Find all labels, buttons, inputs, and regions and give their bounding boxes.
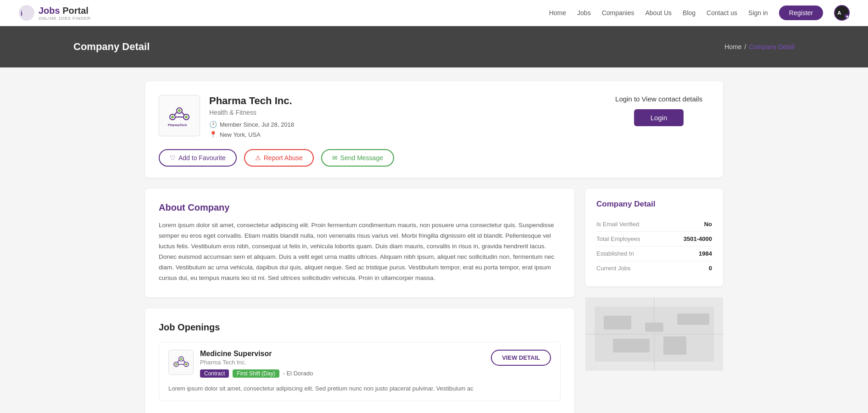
company-details: Pharma Tech Inc. Health & Fitness 🕐 Memb… — [209, 95, 294, 138]
login-panel-title: Login to View contact details — [608, 95, 709, 103]
company-logo: PharmaTech — [159, 95, 200, 136]
location-icon: 📍 — [209, 131, 217, 138]
nav-jobs[interactable]: Jobs — [577, 9, 591, 17]
detail-row-established: Established In 1984 — [596, 246, 712, 261]
member-since: 🕐 Member Since, Jul 28, 2018 — [209, 121, 294, 128]
nav-companies[interactable]: Companies — [602, 9, 634, 17]
breadcrumb: Home / Company Detail — [724, 43, 795, 50]
job-location: - El Dorado — [283, 370, 313, 377]
job-text-info: Medicine Supervisor Pharma Tech Inc. Con… — [200, 350, 313, 378]
job-item: Medicine Supervisor Pharma Tech Inc. Con… — [159, 342, 561, 402]
nav-blog[interactable]: Blog — [683, 9, 696, 17]
pharmatech-logo-svg: PharmaTech — [163, 100, 195, 132]
nav-contact[interactable]: Contact us — [707, 9, 737, 17]
detail-row-email: Is Email Verified No — [596, 217, 712, 232]
job-tags: Contract First Shift (Day) - El Dorado — [200, 369, 313, 378]
svg-rect-35 — [663, 336, 686, 355]
detail-label-email: Is Email Verified — [596, 221, 639, 228]
detail-label-jobs: Current Jobs — [596, 265, 630, 272]
about-title: About Company — [159, 202, 561, 213]
svg-point-14 — [171, 116, 174, 118]
detail-title: Company Detail — [596, 200, 712, 209]
breadcrumb-home[interactable]: Home — [724, 43, 741, 50]
svg-rect-17 — [170, 351, 193, 374]
about-card: About Company Lorem ipsum dolor sit amet… — [145, 189, 574, 297]
detail-row-jobs: Current Jobs 0 — [596, 261, 712, 275]
tag-shift: First Shift (Day) — [233, 369, 279, 378]
login-panel: Login to View contact details Login — [608, 95, 709, 126]
svg-rect-6 — [163, 100, 195, 132]
about-text: Lorem ipsum dolor sit amet, consectetur … — [159, 220, 561, 284]
view-detail-button[interactable]: VIEW DETAIL — [491, 350, 551, 366]
company-name: Pharma Tech Inc. — [209, 95, 294, 107]
job-company-logo — [170, 351, 193, 374]
avatar: A ★ — [834, 5, 850, 21]
clock-icon: 🕐 — [209, 121, 217, 128]
job-description: Lorem ipsum dolor sit amet, consectetur … — [168, 384, 551, 394]
svg-text:★: ★ — [846, 15, 849, 19]
report-abuse-button[interactable]: ⚠ Report Abuse — [244, 149, 314, 167]
job-item-info: Medicine Supervisor Pharma Tech Inc. Con… — [168, 350, 484, 378]
job-item-top: Medicine Supervisor Pharma Tech Inc. Con… — [168, 350, 551, 378]
svg-point-24 — [180, 358, 182, 360]
company-detail-card: Company Detail Is Email Verified No Tota… — [585, 189, 723, 286]
detail-value-jobs: 0 — [709, 265, 712, 272]
svg-text:i: i — [21, 10, 22, 17]
logo: i Jobs Portal ONLINE JOBS FINDER — [18, 5, 91, 21]
job-openings-title: Job Openings — [159, 322, 561, 333]
svg-rect-31 — [604, 316, 631, 329]
detail-value-email: No — [704, 221, 712, 228]
warning-icon: ⚠ — [255, 154, 261, 162]
send-message-button[interactable]: ✉ Send Message — [321, 149, 394, 167]
nav-links: Home Jobs Companies About Us Blog Contac… — [549, 5, 850, 21]
map-placeholder — [585, 297, 723, 371]
job-company-name: Pharma Tech Inc. — [200, 359, 313, 366]
company-info-row: PharmaTech Pharma Tech Inc. Health & Fit… — [159, 95, 294, 138]
detail-value-employees: 3501-4000 — [684, 235, 712, 242]
navbar: i Jobs Portal ONLINE JOBS FINDER Home Jo… — [0, 0, 868, 26]
svg-rect-34 — [613, 339, 650, 352]
col-main: About Company Lorem ipsum dolor sit amet… — [145, 189, 574, 413]
nav-about[interactable]: About Us — [645, 9, 672, 17]
map-svg — [585, 297, 723, 371]
hero-banner: Company Detail Home / Company Detail — [0, 26, 868, 67]
detail-label-employees: Total Employees — [596, 235, 640, 242]
job-logo — [168, 350, 194, 375]
job-openings-card: Job Openings — [145, 308, 574, 413]
heart-icon: ♡ — [170, 154, 176, 162]
nav-signin[interactable]: Sign in — [748, 9, 768, 17]
logo-subtitle: ONLINE JOBS FINDER — [39, 16, 91, 21]
detail-value-established: 1984 — [699, 250, 712, 257]
nav-home[interactable]: Home — [549, 9, 566, 17]
company-top: PharmaTech Pharma Tech Inc. Health & Fit… — [159, 95, 709, 138]
company-actions: ♡ Add to Favourite ⚠ Report Abuse ✉ Send… — [159, 149, 709, 167]
svg-rect-32 — [645, 323, 663, 332]
svg-point-13 — [178, 109, 181, 112]
two-col-layout: About Company Lorem ipsum dolor sit amet… — [145, 189, 723, 413]
login-button[interactable]: Login — [634, 109, 684, 126]
tag-contract: Contract — [200, 369, 229, 378]
logo-icon: i — [18, 5, 35, 21]
detail-row-employees: Total Employees 3501-4000 — [596, 232, 712, 246]
page-title: Company Detail — [73, 41, 150, 53]
col-side: Company Detail Is Email Verified No Tota… — [585, 189, 723, 371]
company-category: Health & Fitness — [209, 109, 294, 116]
breadcrumb-separator: / — [745, 43, 746, 50]
svg-point-26 — [185, 363, 187, 366]
logo-title: Jobs Portal — [39, 6, 91, 16]
company-meta: 🕐 Member Since, Jul 28, 2018 📍 New York,… — [209, 121, 294, 138]
add-to-favourite-button[interactable]: ♡ Add to Favourite — [159, 149, 237, 167]
register-button[interactable]: Register — [779, 6, 823, 20]
svg-text:A: A — [837, 10, 841, 16]
company-location: 📍 New York, USA — [209, 131, 294, 138]
company-card: PharmaTech Pharma Tech Inc. Health & Fit… — [145, 81, 723, 178]
svg-rect-33 — [677, 313, 709, 325]
svg-point-15 — [185, 116, 188, 118]
main-content: PharmaTech Pharma Tech Inc. Health & Fit… — [136, 81, 732, 413]
detail-label-established: Established In — [596, 250, 634, 257]
svg-text:PharmaTech: PharmaTech — [168, 123, 187, 127]
job-title: Medicine Supervisor — [200, 350, 313, 358]
envelope-icon: ✉ — [332, 154, 338, 162]
breadcrumb-active: Company Detail — [749, 43, 795, 50]
svg-point-25 — [175, 363, 177, 366]
